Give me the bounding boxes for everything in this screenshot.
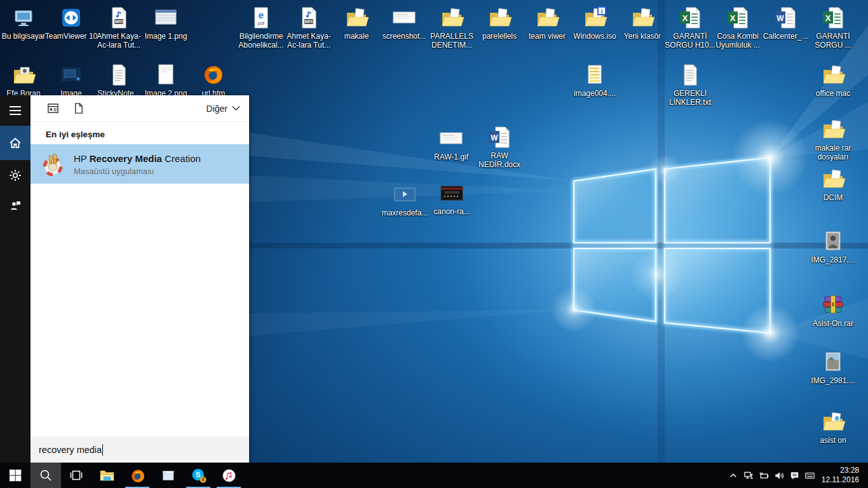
excel-icon: X: [820, 5, 846, 30]
desktop-icon-label: Yeni klasör: [624, 32, 661, 41]
excel-icon: X: [724, 5, 751, 30]
folder-user-icon: [10, 62, 37, 88]
desktop-icon[interactable]: Asist-On.rar: [804, 292, 862, 328]
desktop-icon-label: RAW NEDİR.docx: [473, 151, 526, 169]
thumb-dark-icon: [58, 62, 85, 88]
battery-icon: [759, 470, 770, 481]
hp-recovery-icon: [41, 152, 65, 176]
home-icon: [8, 136, 22, 150]
home-button[interactable]: [0, 126, 31, 160]
taskbar-app-itunes[interactable]: [214, 463, 244, 488]
tray-time: 23:28: [820, 466, 859, 475]
action-center-icon: [789, 470, 800, 481]
tray-volume[interactable]: [771, 463, 787, 488]
document-filter-icon: [72, 102, 85, 115]
svg-text:I: I: [601, 8, 603, 15]
folder-doc-icon: [820, 166, 846, 192]
taskbar-app-file-explorer[interactable]: [92, 463, 122, 488]
thumb-wide-icon: [391, 5, 417, 30]
photo-icon: [820, 349, 846, 375]
documents-filter-button[interactable]: [69, 99, 88, 118]
word-icon: W: [772, 5, 799, 30]
desktop-icon[interactable]: XGARANTİ SORGU ...: [804, 5, 862, 50]
more-filters-label: Diğer: [207, 104, 227, 114]
tray-date: 12.11.2016: [820, 475, 859, 485]
taskbar-app-window-app[interactable]: [153, 463, 183, 488]
network-icon: [743, 470, 754, 481]
result-subtitle: Masaüstü uygulaması: [74, 166, 201, 176]
apps-filter-button[interactable]: [43, 99, 62, 118]
search-input[interactable]: recovery media: [31, 437, 249, 463]
feedback-button[interactable]: [0, 191, 31, 221]
search-result-row[interactable]: HP Recovery Media Creation Masaüstü uygu…: [31, 144, 249, 184]
thumb-white-icon: [153, 62, 179, 88]
desktop-icon-label: IMG_2817....: [811, 255, 855, 264]
taskbar-search-button[interactable]: [31, 463, 61, 488]
chevron-down-icon: [232, 105, 240, 111]
desktop-icon-label: Bu bilgisayar: [2, 32, 46, 41]
menu-button[interactable]: [0, 95, 31, 126]
desktop-icon[interactable]: makale rar dosyaları: [804, 117, 862, 161]
more-filters-dropdown[interactable]: Diğer: [207, 104, 240, 114]
search-panel-sidebar: [0, 95, 31, 463]
desktop-icon[interactable]: DCIM: [804, 166, 862, 202]
hamburger-icon: [8, 104, 22, 118]
desktop-icon-label: Callcenter_...: [763, 32, 808, 41]
taskbar-app-firefox[interactable]: [122, 463, 153, 488]
window-app-icon: [159, 467, 177, 484]
thumb-yellow-icon: [581, 62, 608, 88]
taskbar-clock[interactable]: 23:28 12.11.2016: [817, 466, 864, 485]
desktop-icon-label: RAW-1.gif: [434, 152, 468, 161]
svg-text:8: 8: [201, 477, 204, 482]
windows-start-icon: [8, 468, 22, 482]
svg-text:S: S: [196, 470, 201, 478]
desktop-icon[interactable]: office mac: [804, 62, 862, 98]
desktop-icon-label: Windows.iso: [573, 32, 616, 41]
task-view-button[interactable]: [61, 463, 92, 488]
settings-button[interactable]: [0, 160, 31, 191]
tray-network[interactable]: [741, 463, 756, 488]
search-query-text: recovery media: [39, 445, 102, 455]
txt-icon: [677, 62, 703, 88]
mp3-icon: MP3: [295, 5, 322, 30]
pc-icon: [10, 5, 37, 30]
tray-battery[interactable]: [756, 463, 771, 488]
desktop-icon[interactable]: WRAW NEDİR.docx: [471, 125, 528, 169]
desktop-icon[interactable]: url.htm: [185, 62, 242, 98]
desktop-icon[interactable]: IMG_2981....: [804, 349, 862, 385]
folder-doc-icon: [820, 117, 846, 142]
desktop-icon-label: Asist-On.rar: [813, 319, 853, 328]
folder-doc-icon: [438, 5, 465, 30]
thumb-blue-icon: [391, 182, 418, 207]
taskbar-app-skype[interactable]: S8: [183, 463, 214, 488]
folder-doc-icon: [629, 5, 656, 30]
desktop-icon[interactable]: easist on: [804, 409, 862, 445]
result-text: HP Recovery Media Creation Masaüstü uygu…: [74, 152, 201, 176]
thumb-wide-icon: [438, 126, 465, 151]
tray-action-center[interactable]: [787, 463, 802, 488]
rar-icon: [820, 292, 846, 318]
thumb-camera-icon: [438, 180, 465, 206]
folder-ie-icon: e: [820, 409, 846, 435]
tray-hidden-icons-chevron[interactable]: [726, 463, 741, 488]
desktop-icon[interactable]: image004....: [566, 62, 623, 98]
feedback-person-icon: [8, 199, 22, 213]
start-button[interactable]: [0, 463, 31, 488]
firefox-icon: [200, 62, 227, 88]
desktop-icon-label: DCIM: [824, 193, 843, 202]
desktop-icon[interactable]: Image 1.png: [137, 5, 194, 41]
epdf-icon: epdf: [248, 5, 275, 30]
search-panel: Diğer En iyi eşleşme HP Recovery Media C…: [0, 95, 249, 463]
folder-iso-icon: I: [581, 5, 608, 30]
desktop-icon-label: maxresdefa...: [382, 208, 428, 217]
desktop-icon[interactable]: IMG_2817....: [804, 229, 862, 264]
hidden-icons-chevron-icon: [728, 470, 739, 481]
folder-doc-icon: [486, 5, 513, 30]
tray-touch-keyboard[interactable]: [802, 463, 817, 488]
txt-icon: [105, 62, 132, 88]
itunes-icon: [220, 467, 238, 484]
best-match-header: En iyi eşleşme: [31, 122, 249, 144]
desktop-icon[interactable]: GEREKLİ LİNKLER.txt: [661, 62, 719, 107]
desktop-icon[interactable]: canon-ra...: [423, 180, 480, 216]
desktop-icon-label: screenshot...: [383, 32, 426, 41]
